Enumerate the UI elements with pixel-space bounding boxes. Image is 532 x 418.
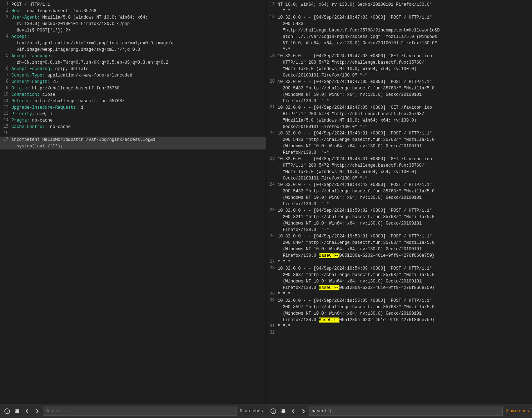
table-row: 20 10.32.0.0 - - [04/Sep/2024:19:47:05 +…: [266, 79, 532, 104]
table-row: 27 " "-": [266, 259, 532, 265]
line-number: 17: [268, 1, 278, 7]
back-icon: [24, 408, 30, 414]
line-number: 26: [268, 233, 278, 238]
svg-text:i: i: [7, 410, 8, 413]
table-row: 11 Referer: http://challenge.basectf.fun…: [0, 98, 266, 104]
table-row: 7 Content-Type: application/x-www-form-u…: [0, 72, 266, 79]
line-content: Connection: close: [11, 92, 264, 98]
line-number: 18: [268, 14, 278, 20]
svg-text:i: i: [273, 410, 274, 413]
left-search-input[interactable]: [43, 407, 237, 416]
back-button[interactable]: [23, 407, 31, 415]
table-row: 9 Origin: http://challenge.basectf.fun:3…: [0, 85, 266, 92]
line-content: 10.32.0.0 - - [04/Sep/2024:19:53:31 +080…: [278, 233, 531, 259]
table-row: 21 10.32.0.0 - - [04/Sep/2024:19:47:05 +…: [266, 104, 532, 130]
line-content: Referer: http://challenge.basectf.fun:35…: [11, 98, 264, 104]
table-row: 23 10.32.0.0 - - [04/Sep/2024:19:48:31 +…: [266, 156, 532, 182]
line-number: 6: [1, 66, 11, 71]
table-row: 13 Priority: u=0, i: [0, 111, 266, 117]
line-number: 29: [268, 291, 278, 296]
line-number: 7: [1, 72, 11, 78]
line-content: 10.32.0.0 - - [04/Sep/2024:19:47:05 +080…: [278, 104, 531, 130]
right-forward-button[interactable]: [299, 407, 308, 415]
table-row: 8 Content-Length: 75: [0, 79, 266, 85]
info-button[interactable]: i: [3, 407, 11, 415]
right-settings-button[interactable]: [279, 407, 288, 415]
line-content: 10.32.0.0 - - [04/Sep/2024:19:50:02 +080…: [278, 207, 531, 233]
line-content: Content-Type: application/x-www-form-url…: [11, 72, 264, 79]
back-icon: [290, 408, 296, 414]
table-row: 6 Accept-Encoding: gzip, deflate: [0, 66, 266, 72]
line-content: 10.32.0.0 - - [04/Sep/2024:19:48:31 +080…: [278, 156, 531, 182]
line-content: " "-": [278, 259, 531, 265]
table-row: 1 POST / HTTP/1.1: [0, 1, 266, 8]
right-search-input[interactable]: [309, 407, 503, 416]
line-number: 5: [1, 53, 11, 58]
right-toolbar: i 3 matches: [266, 404, 532, 418]
line-number: 11: [1, 98, 11, 103]
gear-icon: [280, 408, 286, 414]
table-row: 3 User-Agent: Mozilla/5.0 (Windows NT 10…: [0, 14, 266, 34]
line-content: 10.32.0.0 - - [04/Sep/2024:19:54:09 +080…: [278, 265, 531, 291]
line-number: 10: [1, 92, 11, 97]
line-number: 22: [268, 130, 278, 136]
line-number: 30: [268, 297, 278, 303]
table-row: 5 Accept-Language: zh-CN,zh;q=0.8,zh-TW;…: [0, 53, 266, 66]
line-content: " "-": [278, 291, 531, 297]
info-icon: i: [270, 408, 276, 414]
line-content: Accept: text/html,application/xhtml+xml,…: [11, 34, 264, 53]
left-match-count: 0 matches: [238, 409, 263, 414]
forward-button[interactable]: [33, 407, 41, 415]
forward-icon: [300, 408, 306, 414]
forward-icon: [34, 408, 40, 414]
table-row: 19 10.32.0.0 - - [04/Sep/2024:19:47:03 +…: [266, 53, 532, 79]
line-number: 15: [1, 124, 11, 129]
line-number: 20: [268, 79, 278, 84]
line-number: 19: [268, 53, 278, 58]
line-number: 3: [1, 14, 11, 20]
line-content: Origin: http://challenge.basectf.fun:357…: [11, 85, 264, 92]
line-content: 10.32.0.0 - - [04/Sep/2024:19:48:43 +080…: [278, 182, 531, 207]
line-number: 16: [1, 130, 11, 136]
line-number: 9: [1, 85, 11, 90]
line-content: Pragma: no-cache: [11, 117, 264, 124]
left-panel-content[interactable]: 1 POST / HTTP/1.1 2 Host: challenge.base…: [0, 0, 266, 404]
table-row: 28 10.32.0.0 - - [04/Sep/2024:19:54:09 +…: [266, 265, 532, 291]
line-content: NT 10.0; Win64; x64; rv:130.0) Gecko/201…: [278, 1, 531, 14]
line-content: Priority: u=0, i: [11, 111, 264, 117]
line-content: 10.32.0.0 - - [04/Sep/2024:19:47:03 +080…: [278, 14, 531, 53]
flag-highlight: BaseCTF{: [319, 285, 339, 290]
line-number: 24: [268, 182, 278, 187]
line-number: 21: [268, 104, 278, 110]
line-content: 10.32.0.0 - - [04/Sep/2024:19:47:03 +080…: [278, 53, 531, 79]
settings-button[interactable]: [13, 407, 21, 415]
left-toolbar: i 0 matches: [0, 404, 266, 418]
line-number: 1: [1, 1, 11, 7]
line-number: 2: [1, 8, 11, 13]
table-row: 4 Accept: text/html,application/xhtml+xm…: [0, 34, 266, 53]
right-back-button[interactable]: [289, 407, 298, 415]
table-row: 17 incompetent=HelloWorld&Datch=/var/log…: [0, 137, 266, 149]
right-panel-content[interactable]: 17 NT 10.0; Win64; x64; rv:130.0) Gecko/…: [266, 0, 532, 404]
table-row: 17 NT 10.0; Win64; x64; rv:130.0) Gecko/…: [266, 1, 532, 14]
line-number: 25: [268, 207, 278, 213]
line-content: Upgrade-Insecure-Requests: 1: [11, 104, 264, 111]
table-row: 15 Cache-Control: no-cache: [0, 124, 266, 130]
table-row: 29 " "-": [266, 291, 532, 297]
right-info-button[interactable]: i: [269, 407, 278, 415]
left-panel: 1 POST / HTTP/1.1 2 Host: challenge.base…: [0, 0, 266, 418]
line-content: [278, 330, 531, 336]
line-number: 27: [268, 259, 278, 264]
table-row: 14 Pragma: no-cache: [0, 117, 266, 124]
line-content: Accept-Encoding: gzip, deflate: [11, 66, 264, 72]
table-row: 2 Host: challenge.basectf.fun:35768: [0, 8, 266, 14]
line-content: 10.32.0.0 - - [04/Sep/2024:19:55:05 +080…: [278, 297, 531, 323]
line-number: 4: [1, 34, 11, 39]
line-content: Accept-Language: zh-CN,zh;q=0.8,zh-TW;q=…: [11, 53, 264, 66]
table-row: 32: [266, 330, 532, 336]
table-row: 31 " "-": [266, 323, 532, 330]
line-content: Content-Length: 75: [11, 79, 264, 85]
line-content: 10.32.0.0 - - [04/Sep/2024:19:47:05 +080…: [278, 79, 531, 104]
line-number: 31: [268, 323, 278, 329]
line-content: incompetent=HelloWorld&Datch=/var/log/ng…: [11, 137, 264, 149]
